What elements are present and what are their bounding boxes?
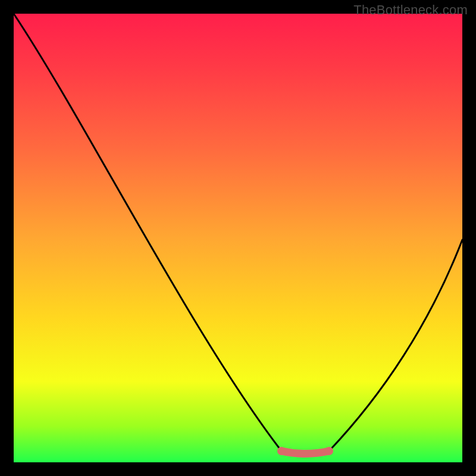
chart-marker-left-dot (277, 447, 286, 455)
chart-curve-flat-highlight (281, 451, 329, 454)
chart-curve-layer (14, 14, 462, 462)
chart-marker-right-dot (325, 447, 333, 455)
chart-curve-descending (14, 14, 281, 451)
chart-plot-area (14, 14, 462, 462)
chart-curve-ascending (329, 240, 462, 451)
watermark-text: TheBottleneck.com (353, 2, 468, 18)
chart-stage: TheBottleneck.com (0, 0, 476, 476)
